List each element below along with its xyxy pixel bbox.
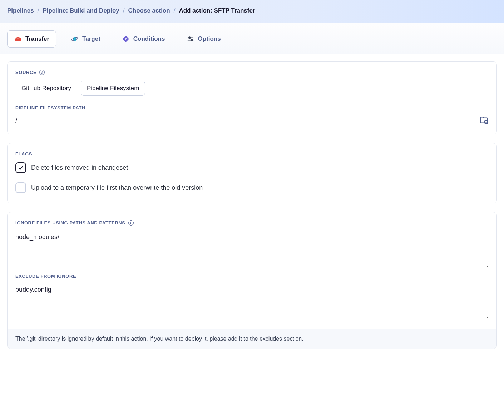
flags-card: FLAGS Delete files removed in changeset … xyxy=(7,143,497,203)
svg-text:IF: IF xyxy=(125,38,127,41)
content: SOURCE i GitHub Repository Pipeline File… xyxy=(0,54,504,365)
tab-label: Transfer xyxy=(25,35,49,43)
pipeline-path-input[interactable] xyxy=(15,116,475,126)
breadcrumb-sep: / xyxy=(174,7,176,14)
cloud-upload-icon xyxy=(14,35,22,43)
ignore-footer-note: The '.git' directory is ignored by defau… xyxy=(8,329,496,349)
ignore-patterns-input[interactable] xyxy=(15,231,489,267)
breadcrumb-pipeline[interactable]: Pipeline: Build and Deploy xyxy=(43,7,119,14)
breadcrumb: Pipelines / Pipeline: Build and Deploy /… xyxy=(7,7,497,14)
flag-temp-overwrite: Upload to a temporary file first than ov… xyxy=(15,182,489,193)
tabs: Transfer Target IF Conditions Options xyxy=(0,23,504,54)
tab-transfer[interactable]: Transfer xyxy=(7,30,56,48)
tab-target[interactable]: Target xyxy=(64,30,107,48)
flags-label-text: FLAGS xyxy=(15,151,32,157)
pipeline-path-label: PIPELINE FILESYSTEM PATH xyxy=(15,105,489,110)
tab-conditions[interactable]: IF Conditions xyxy=(115,30,172,48)
tab-options[interactable]: Options xyxy=(180,30,228,48)
svg-point-5 xyxy=(189,37,191,39)
checkbox-delete-removed[interactable] xyxy=(15,162,26,173)
ignore-card: IGNORE FILES USING PATHS AND PATTERNS i … xyxy=(7,212,497,349)
source-label: SOURCE i xyxy=(15,70,489,75)
sliders-icon xyxy=(187,35,194,43)
breadcrumb-sep: / xyxy=(123,7,125,14)
info-icon[interactable]: i xyxy=(128,220,134,226)
tab-label: Options xyxy=(198,35,221,43)
exclude-label: EXCLUDE FROM IGNORE xyxy=(15,273,489,279)
if-diamond-icon: IF xyxy=(122,35,130,43)
flag-label: Upload to a temporary file first than ov… xyxy=(31,184,203,192)
header-bar: Pipelines / Pipeline: Build and Deploy /… xyxy=(0,0,504,23)
tab-label: Conditions xyxy=(133,35,165,43)
source-option-github[interactable]: GitHub Repository xyxy=(15,81,77,96)
flag-delete-removed: Delete files removed in changeset xyxy=(15,162,489,173)
svg-line-9 xyxy=(487,123,488,124)
source-segmented: GitHub Repository Pipeline Filesystem xyxy=(15,81,489,96)
source-card: SOURCE i GitHub Repository Pipeline File… xyxy=(7,61,497,134)
breadcrumb-sep: / xyxy=(38,7,39,14)
breadcrumb-pipelines[interactable]: Pipelines xyxy=(7,7,34,14)
planet-icon xyxy=(71,35,79,43)
ignore-label: IGNORE FILES USING PATHS AND PATTERNS i xyxy=(15,220,489,226)
checkbox-temp-overwrite[interactable] xyxy=(15,182,26,193)
breadcrumb-current: Add action: SFTP Transfer xyxy=(179,7,255,14)
info-icon[interactable]: i xyxy=(39,70,45,75)
ignore-label-text: IGNORE FILES USING PATHS AND PATTERNS xyxy=(15,220,125,226)
seg-label: GitHub Repository xyxy=(21,85,71,92)
source-option-pipeline-filesystem[interactable]: Pipeline Filesystem xyxy=(81,81,145,96)
browse-folder-icon[interactable] xyxy=(479,115,489,126)
source-label-text: SOURCE xyxy=(15,70,36,75)
flag-label: Delete files removed in changeset xyxy=(31,164,128,172)
breadcrumb-choose-action[interactable]: Choose action xyxy=(128,7,170,14)
seg-label: Pipeline Filesystem xyxy=(87,85,139,92)
flags-label: FLAGS xyxy=(15,151,489,157)
tab-label: Target xyxy=(82,35,100,43)
svg-point-7 xyxy=(191,39,193,41)
exclude-patterns-input[interactable] xyxy=(15,284,489,320)
